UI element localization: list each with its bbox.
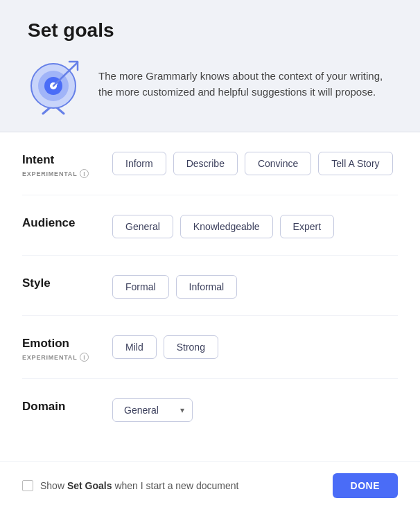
emotion-info-icon[interactable]: i <box>80 353 89 362</box>
target-icon <box>22 53 85 115</box>
show-goals-checkbox[interactable] <box>22 480 33 491</box>
intent-option-describe[interactable]: Describe <box>173 152 238 175</box>
emotion-experimental-badge: EXPERIMENTAL i <box>22 353 98 362</box>
intent-options: Inform Describe Convince Tell A Story <box>112 149 393 175</box>
domain-row: Domain General Academic Business Casual … <box>22 379 398 439</box>
emotion-label: Emotion <box>22 337 98 351</box>
audience-row: Audience General Knowledgeable Expert <box>22 195 398 256</box>
domain-select-wrapper: General Academic Business Casual Creativ… <box>112 398 193 422</box>
domain-label-group: Domain <box>22 396 98 414</box>
page-title: Set goals <box>28 19 398 42</box>
goals-section: Intent EXPERIMENTAL i Inform Describe Co… <box>0 132 420 461</box>
domain-label: Domain <box>22 400 98 414</box>
audience-label-group: Audience <box>22 212 98 230</box>
intent-label: Intent <box>22 153 98 167</box>
emotion-option-mild[interactable]: Mild <box>112 335 157 359</box>
audience-label: Audience <box>22 216 98 230</box>
audience-options: General Knowledgeable Expert <box>112 212 334 238</box>
emotion-option-strong[interactable]: Strong <box>164 335 218 359</box>
emotion-row: Emotion EXPERIMENTAL i Mild Strong <box>22 316 398 379</box>
intent-experimental-badge: EXPERIMENTAL i <box>22 169 98 178</box>
style-options: Formal Informal <box>112 272 237 299</box>
done-button[interactable]: DONE <box>333 473 398 498</box>
intent-option-tell-a-story[interactable]: Tell A Story <box>318 152 392 175</box>
emotion-label-group: Emotion EXPERIMENTAL i <box>22 333 98 362</box>
show-goals-label[interactable]: Show Set Goals when I start a new docume… <box>22 480 238 491</box>
audience-option-expert[interactable]: Expert <box>280 215 334 238</box>
style-label-group: Style <box>22 272 98 290</box>
show-goals-strong: Set Goals <box>67 480 112 491</box>
emotion-options: Mild Strong <box>112 333 218 359</box>
intent-option-convince[interactable]: Convince <box>245 152 311 175</box>
intent-option-inform[interactable]: Inform <box>112 152 166 175</box>
style-option-formal[interactable]: Formal <box>112 275 169 299</box>
style-label: Style <box>22 276 98 290</box>
domain-select[interactable]: General Academic Business Casual Creativ… <box>112 398 193 422</box>
audience-option-knowledgeable[interactable]: Knowledgeable <box>180 215 273 238</box>
intent-label-group: Intent EXPERIMENTAL i <box>22 149 98 178</box>
header-description: The more Grammarly knows about the conte… <box>98 68 398 100</box>
intent-info-icon[interactable]: i <box>80 169 89 178</box>
style-option-informal[interactable]: Informal <box>176 275 238 299</box>
style-row: Style Formal Informal <box>22 256 398 316</box>
intent-row: Intent EXPERIMENTAL i Inform Describe Co… <box>22 132 398 195</box>
footer: Show Set Goals when I start a new docume… <box>0 461 420 512</box>
domain-options: General Academic Business Casual Creativ… <box>112 396 193 422</box>
show-goals-text: Show Set Goals when I start a new docume… <box>40 480 238 491</box>
audience-option-general[interactable]: General <box>112 215 173 238</box>
